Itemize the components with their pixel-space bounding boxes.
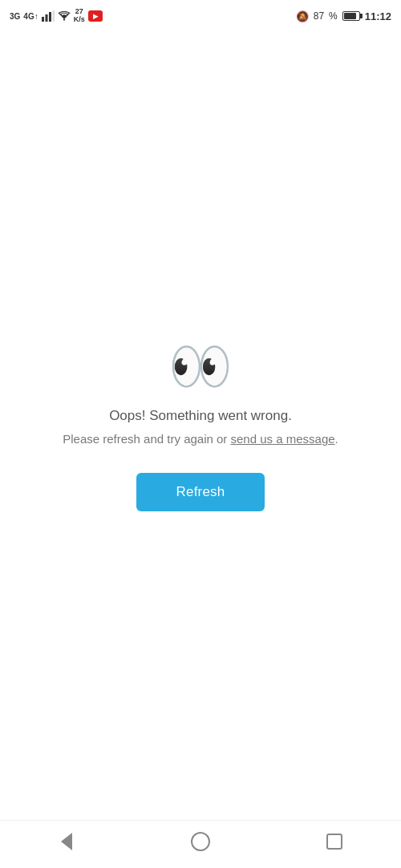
error-subtitle-period: .: [335, 432, 338, 446]
battery-percent: 87: [314, 10, 324, 22]
nav-home-button[interactable]: [189, 830, 212, 853]
refresh-button[interactable]: Refresh: [136, 473, 265, 511]
back-triangle-icon: [61, 833, 72, 850]
network-3g-icon: 3G: [10, 12, 20, 21]
nav-recent-button[interactable]: [323, 830, 346, 853]
main-content: 👀 Oops! Something went wrong. Please ref…: [0, 32, 401, 820]
svg-rect-3: [52, 10, 55, 22]
svg-rect-2: [49, 12, 51, 22]
svg-rect-1: [45, 14, 47, 22]
music-icon: ▶: [88, 10, 103, 22]
error-emoji: 👀: [168, 341, 233, 392]
error-title: Oops! Something went wrong.: [109, 408, 292, 424]
mute-icon: 🔕: [296, 10, 309, 22]
status-left: 3G 4G↑ 27K/s ▶: [10, 8, 103, 24]
wifi-icon: [58, 11, 71, 21]
network-speed: 27K/s: [74, 8, 85, 24]
svg-point-4: [63, 18, 65, 20]
status-right: 🔕 87% 11:12: [296, 10, 391, 22]
nav-bar: [0, 820, 401, 868]
network-4g-icon: 4G↑: [23, 12, 38, 21]
clock: 11:12: [365, 10, 391, 22]
svg-rect-0: [42, 17, 44, 22]
status-bar: 3G 4G↑ 27K/s ▶ 🔕 87% 11:12: [0, 0, 401, 32]
nav-back-button[interactable]: [55, 830, 78, 853]
battery-icon: [342, 11, 360, 21]
signal-bars-icon: [42, 10, 55, 22]
error-subtitle-text: Please refresh and try again or: [63, 432, 230, 446]
recent-square-icon: [326, 834, 342, 850]
error-subtitle: Please refresh and try again or send us …: [63, 430, 338, 449]
home-circle-icon: [191, 832, 210, 851]
send-message-link[interactable]: send us a message: [231, 432, 335, 446]
